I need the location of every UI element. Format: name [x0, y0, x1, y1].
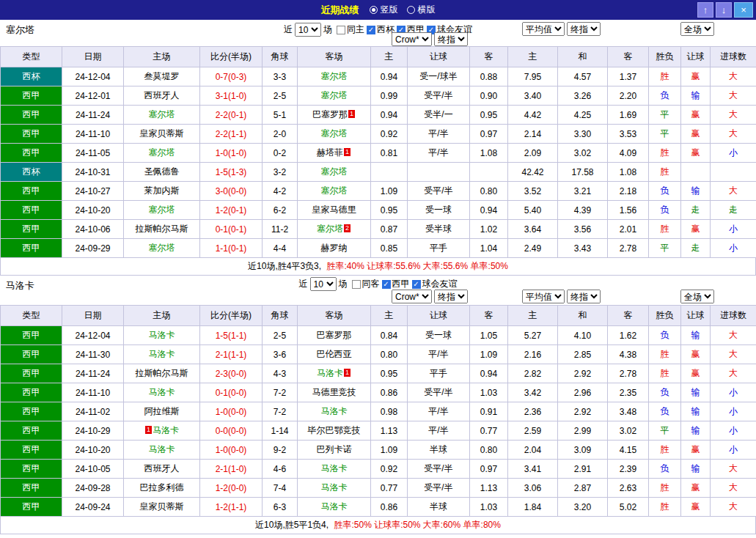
- away-team-cell: 塞尔塔: [298, 125, 371, 144]
- away-odds-cell: 1.09: [470, 345, 508, 364]
- avg-draw-cell: 4.10: [558, 326, 608, 345]
- match-row: 西甲24-11-05塞尔塔1-0(1-0)0-2赫塔菲10.81平/半1.082…: [1, 144, 756, 163]
- column-header: 主: [508, 306, 558, 326]
- score-cell: 3-1(1-0): [200, 86, 263, 106]
- match-type: 西甲: [1, 220, 62, 239]
- match-row: 西甲24-10-291马洛卡0-0(0-0)1-14毕尔巴鄂竞技1.13平/半0…: [1, 421, 756, 441]
- handicap-result-cell: 赢: [681, 364, 711, 383]
- bookmaker-select[interactable]: Crow*: [392, 290, 432, 303]
- match-count-select[interactable]: 10: [310, 277, 337, 291]
- away-odds-cell: 1.05: [470, 326, 508, 345]
- handicap-cell: 平手: [408, 364, 470, 383]
- corner-score-cell: 1-14: [263, 421, 298, 441]
- bookmaker-time-select[interactable]: 终指: [434, 32, 468, 46]
- corner-score-cell: 6-2: [263, 201, 298, 220]
- filter-checkbox[interactable]: ✓球会友谊: [412, 278, 458, 290]
- handicap-result-cell: 输: [681, 402, 711, 421]
- radio-icon[interactable]: [407, 6, 415, 14]
- avg-draw-cell: 2.96: [558, 383, 608, 402]
- away-odds-cell: 1.08: [470, 144, 508, 163]
- bookmaker-time-select[interactable]: 终指: [434, 290, 468, 303]
- handicap-cell: 受平/半: [408, 460, 470, 479]
- goals-result-cell: [711, 163, 756, 182]
- filter-checkbox[interactable]: 同主: [337, 23, 364, 36]
- corner-score-cell: 2-5: [263, 326, 298, 345]
- checkbox-unchecked-icon[interactable]: [337, 26, 345, 34]
- corner-score-cell: 4-6: [263, 460, 298, 479]
- radio-icon[interactable]: [370, 6, 378, 14]
- layout-radio-option[interactable]: 横版: [407, 4, 436, 16]
- average-select[interactable]: 平均值: [522, 290, 565, 303]
- score-cell: 0-0(0-0): [200, 421, 263, 441]
- team-label: 马洛卡: [149, 330, 175, 340]
- match-type: 西甲: [1, 479, 62, 498]
- match-row: 西甲24-10-05西班牙人2-1(1-0)4-6马洛卡0.92受平/半0.97…: [1, 460, 756, 479]
- handicap-cell: 半球: [408, 441, 470, 460]
- average-time-select[interactable]: 终指: [567, 22, 601, 36]
- handicap-cell: 受平/半: [408, 86, 470, 106]
- filter-checkbox[interactable]: ✓西杯: [367, 23, 394, 36]
- home-odds-cell: 1.09: [371, 441, 408, 460]
- match-row: 西杯24-12-04叁莫堤罗0-7(0-3)3-3塞尔塔0.94受一/球半0.8…: [1, 67, 756, 86]
- table-header-row: 类型日期主场比分(半场)角球客场主让球客主和客胜负让球进球数: [1, 306, 756, 326]
- filter-checkbox[interactable]: 同客: [352, 278, 380, 290]
- handicap-result-cell: 输: [681, 86, 711, 106]
- average-select[interactable]: 平均值: [522, 22, 565, 36]
- match-date: 24-09-24: [62, 498, 124, 517]
- close-button[interactable]: ×: [734, 2, 753, 18]
- home-team-cell: 西班牙人: [124, 460, 200, 479]
- team-label: 巴塞罗那: [317, 330, 352, 340]
- home-odds-cell: 0.95: [371, 364, 408, 383]
- match-type: 西甲: [1, 364, 62, 383]
- filter-checkbox[interactable]: ✓西甲: [382, 278, 410, 290]
- checkbox-checked-icon[interactable]: ✓: [382, 280, 391, 289]
- bookmaker-select[interactable]: Crow*: [392, 32, 432, 46]
- team-label: 塞尔塔: [321, 185, 348, 196]
- team-label: 马德里竞技: [312, 387, 356, 397]
- away-team-cell: 塞尔塔: [298, 86, 371, 106]
- team-label: 塞尔塔: [149, 147, 175, 158]
- match-date: 24-10-27: [62, 182, 124, 201]
- average-time-select[interactable]: 终指: [567, 290, 601, 303]
- checkbox-unchecked-icon[interactable]: [352, 280, 361, 289]
- move-up-button[interactable]: ↑: [697, 2, 713, 18]
- handicap-cell: 半球: [408, 498, 470, 517]
- result-cell: 胜: [649, 345, 681, 364]
- match-count-select[interactable]: 10: [295, 23, 321, 37]
- move-down-button[interactable]: ↓: [716, 2, 732, 18]
- column-header: 和: [558, 47, 608, 67]
- corner-score-cell: 7-2: [263, 402, 298, 421]
- away-team-cell: 赫塔菲1: [298, 144, 371, 163]
- match-type: 西杯: [1, 163, 62, 182]
- checkbox-checked-icon[interactable]: ✓: [412, 280, 421, 289]
- scope-select[interactable]: 全场: [680, 290, 714, 303]
- layout-radio-selected[interactable]: 竖版: [370, 4, 398, 16]
- avg-home-cell: 2.04: [508, 441, 558, 460]
- red-card-badge: 1: [145, 426, 152, 434]
- topbar-center: 近期战绩 竖版横版: [0, 4, 756, 17]
- away-odds-cell: 0.80: [470, 441, 508, 460]
- away-team-cell: 巴伦西亚: [298, 345, 371, 364]
- match-date: 24-10-20: [62, 441, 124, 460]
- match-row: 西甲24-11-02阿拉维斯1-0(0-0)7-2马洛卡0.98平/半0.912…: [1, 402, 756, 421]
- team-label: 赫塔菲: [317, 147, 343, 158]
- match-date: 24-10-06: [62, 220, 124, 239]
- home-team-cell: 叁莫堤罗: [124, 67, 200, 86]
- handicap-result-cell: 赢: [681, 498, 711, 517]
- match-row: 西甲24-09-24皇家贝蒂斯1-2(1-1)6-3马洛卡0.86半球1.031…: [1, 498, 756, 517]
- avg-draw-cell: 3.21: [558, 182, 608, 201]
- scope-select[interactable]: 全场: [680, 22, 714, 36]
- avg-home-cell: 2.82: [508, 364, 558, 383]
- match-date: 24-12-04: [62, 67, 124, 86]
- match-row: 西甲24-11-24拉斯帕尔马斯2-3(0-0)4-3马洛卡10.95平手0.9…: [1, 364, 756, 383]
- average-selects: 平均值 终指: [522, 22, 601, 36]
- match-row: 西甲24-12-01西班牙人3-1(1-0)2-5塞尔塔0.99受平/半0.90…: [1, 86, 756, 106]
- match-date: 24-10-05: [62, 460, 124, 479]
- team-label: 巴拉多利德: [140, 482, 184, 493]
- home-odds-cell: 0.80: [371, 345, 408, 364]
- checkbox-checked-icon[interactable]: ✓: [367, 26, 375, 34]
- score-cell: 1-0(0-0): [200, 441, 263, 460]
- column-header: 胜负: [649, 47, 681, 67]
- handicap-cell: [408, 163, 470, 182]
- column-header: 主场: [124, 47, 200, 67]
